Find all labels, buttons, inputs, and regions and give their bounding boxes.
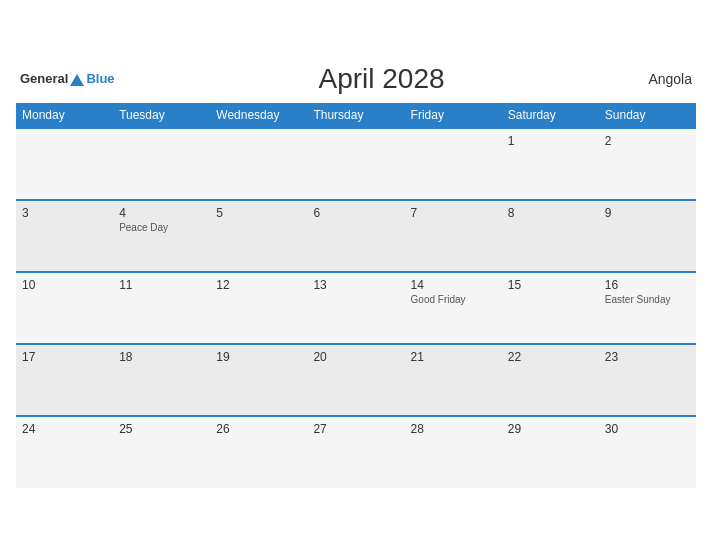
- calendar-cell: 16Easter Sunday: [599, 272, 696, 344]
- month-title: April 2028: [115, 63, 649, 95]
- calendar-cell: 26: [210, 416, 307, 488]
- day-number: 28: [411, 422, 496, 436]
- calendar-cell: 12: [210, 272, 307, 344]
- day-number: 19: [216, 350, 301, 364]
- weekday-monday: Monday: [16, 103, 113, 128]
- calendar-cell: 22: [502, 344, 599, 416]
- weekday-sunday: Sunday: [599, 103, 696, 128]
- calendar-week-3: 1011121314Good Friday1516Easter Sunday: [16, 272, 696, 344]
- day-number: 29: [508, 422, 593, 436]
- day-number: 11: [119, 278, 204, 292]
- calendar-cell: 27: [307, 416, 404, 488]
- day-number: 30: [605, 422, 690, 436]
- calendar-cell: 9: [599, 200, 696, 272]
- calendar-week-2: 34Peace Day56789: [16, 200, 696, 272]
- day-number: 9: [605, 206, 690, 220]
- calendar-cell: [405, 128, 502, 200]
- day-number: 15: [508, 278, 593, 292]
- calendar-cell: 5: [210, 200, 307, 272]
- calendar-table: Monday Tuesday Wednesday Thursday Friday…: [16, 103, 696, 488]
- calendar-week-4: 17181920212223: [16, 344, 696, 416]
- day-number: 12: [216, 278, 301, 292]
- weekday-friday: Friday: [405, 103, 502, 128]
- calendar-header: General Blue April 2028 Angola: [16, 63, 696, 95]
- day-number: 22: [508, 350, 593, 364]
- calendar-cell: 4Peace Day: [113, 200, 210, 272]
- day-number: 23: [605, 350, 690, 364]
- calendar-cell: 2: [599, 128, 696, 200]
- calendar-week-5: 24252627282930: [16, 416, 696, 488]
- logo: General Blue: [20, 71, 115, 86]
- calendar-cell: 3: [16, 200, 113, 272]
- calendar-cell: 25: [113, 416, 210, 488]
- calendar-body: 1234Peace Day567891011121314Good Friday1…: [16, 128, 696, 488]
- day-number: 18: [119, 350, 204, 364]
- calendar-cell: 6: [307, 200, 404, 272]
- calendar-cell: 23: [599, 344, 696, 416]
- calendar-cell: 14Good Friday: [405, 272, 502, 344]
- calendar-cell: 19: [210, 344, 307, 416]
- country-label: Angola: [648, 71, 692, 87]
- calendar-cell: 15: [502, 272, 599, 344]
- calendar-cell: 28: [405, 416, 502, 488]
- calendar-cell: [113, 128, 210, 200]
- calendar-header-row: Monday Tuesday Wednesday Thursday Friday…: [16, 103, 696, 128]
- logo-triangle-icon: [70, 74, 84, 86]
- day-number: 3: [22, 206, 107, 220]
- calendar-cell: 29: [502, 416, 599, 488]
- holiday-label: Peace Day: [119, 222, 204, 233]
- day-number: 1: [508, 134, 593, 148]
- calendar-week-1: 12: [16, 128, 696, 200]
- calendar-cell: [210, 128, 307, 200]
- day-number: 2: [605, 134, 690, 148]
- day-number: 24: [22, 422, 107, 436]
- calendar-cell: 30: [599, 416, 696, 488]
- day-number: 6: [313, 206, 398, 220]
- day-number: 27: [313, 422, 398, 436]
- calendar-cell: 21: [405, 344, 502, 416]
- day-number: 8: [508, 206, 593, 220]
- calendar-cell: 10: [16, 272, 113, 344]
- calendar-cell: 13: [307, 272, 404, 344]
- calendar-cell: 11: [113, 272, 210, 344]
- weekday-header-row: Monday Tuesday Wednesday Thursday Friday…: [16, 103, 696, 128]
- day-number: 7: [411, 206, 496, 220]
- calendar-cell: 18: [113, 344, 210, 416]
- weekday-tuesday: Tuesday: [113, 103, 210, 128]
- day-number: 20: [313, 350, 398, 364]
- day-number: 14: [411, 278, 496, 292]
- logo-general-text: General: [20, 71, 68, 86]
- day-number: 17: [22, 350, 107, 364]
- calendar-cell: 7: [405, 200, 502, 272]
- weekday-saturday: Saturday: [502, 103, 599, 128]
- calendar-cell: 20: [307, 344, 404, 416]
- calendar-cell: 17: [16, 344, 113, 416]
- calendar-cell: [307, 128, 404, 200]
- logo-blue-text: Blue: [86, 71, 114, 86]
- day-number: 5: [216, 206, 301, 220]
- weekday-wednesday: Wednesday: [210, 103, 307, 128]
- calendar-cell: 1: [502, 128, 599, 200]
- day-number: 26: [216, 422, 301, 436]
- day-number: 21: [411, 350, 496, 364]
- calendar-cell: 8: [502, 200, 599, 272]
- calendar-cell: [16, 128, 113, 200]
- holiday-label: Good Friday: [411, 294, 496, 305]
- holiday-label: Easter Sunday: [605, 294, 690, 305]
- day-number: 16: [605, 278, 690, 292]
- day-number: 10: [22, 278, 107, 292]
- calendar-cell: 24: [16, 416, 113, 488]
- day-number: 4: [119, 206, 204, 220]
- day-number: 13: [313, 278, 398, 292]
- calendar: General Blue April 2028 Angola Monday Tu…: [6, 53, 706, 498]
- weekday-thursday: Thursday: [307, 103, 404, 128]
- day-number: 25: [119, 422, 204, 436]
